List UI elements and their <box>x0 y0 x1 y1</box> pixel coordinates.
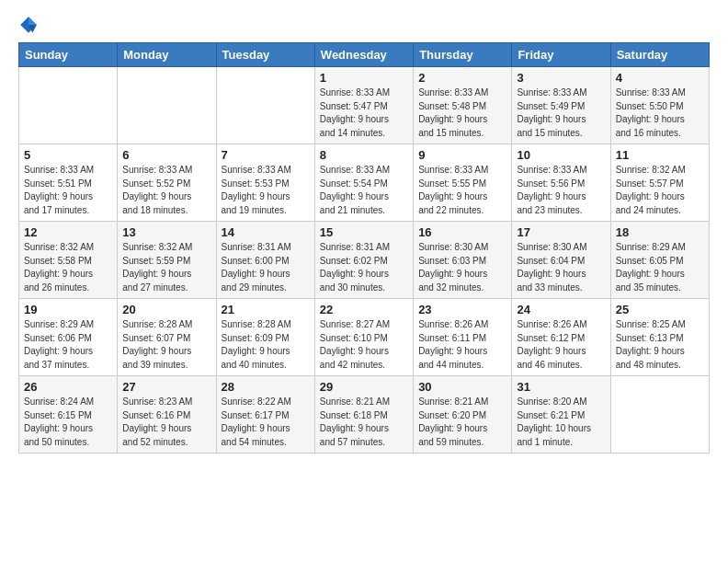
day-info: Sunrise: 8:23 AM Sunset: 6:16 PM Dayligh… <box>122 396 210 449</box>
day-number: 26 <box>24 380 112 394</box>
day-info: Sunrise: 8:31 AM Sunset: 6:02 PM Dayligh… <box>320 241 408 294</box>
week-row-2: 12Sunrise: 8:32 AM Sunset: 5:58 PM Dayli… <box>19 222 710 299</box>
day-number: 10 <box>517 148 605 162</box>
day-number: 7 <box>222 148 310 162</box>
day-number: 28 <box>222 380 310 394</box>
day-number: 30 <box>418 380 506 394</box>
day-number: 4 <box>616 71 704 85</box>
calendar-page: SundayMondayTuesdayWednesdayThursdayFrid… <box>0 0 728 563</box>
day-info: Sunrise: 8:33 AM Sunset: 5:48 PM Dayligh… <box>418 86 506 140</box>
day-info: Sunrise: 8:33 AM Sunset: 5:47 PM Dayligh… <box>320 86 408 140</box>
day-cell: 22Sunrise: 8:27 AM Sunset: 6:10 PM Dayli… <box>314 299 413 376</box>
day-number: 11 <box>616 148 704 162</box>
day-info: Sunrise: 8:33 AM Sunset: 5:49 PM Dayligh… <box>517 86 605 140</box>
day-info: Sunrise: 8:31 AM Sunset: 6:00 PM Dayligh… <box>222 241 310 294</box>
day-cell <box>118 67 216 144</box>
day-info: Sunrise: 8:33 AM Sunset: 5:50 PM Dayligh… <box>616 86 704 140</box>
week-row-3: 19Sunrise: 8:29 AM Sunset: 6:06 PM Dayli… <box>19 299 710 376</box>
day-info: Sunrise: 8:27 AM Sunset: 6:10 PM Dayligh… <box>320 318 408 372</box>
day-cell: 26Sunrise: 8:24 AM Sunset: 6:15 PM Dayli… <box>19 376 118 454</box>
day-cell: 8Sunrise: 8:33 AM Sunset: 5:54 PM Daylig… <box>314 144 413 222</box>
day-info: Sunrise: 8:22 AM Sunset: 6:17 PM Dayligh… <box>222 396 310 449</box>
week-row-1: 5Sunrise: 8:33 AM Sunset: 5:51 PM Daylig… <box>19 144 710 222</box>
week-row-4: 26Sunrise: 8:24 AM Sunset: 6:15 PM Dayli… <box>19 376 710 454</box>
header-cell-monday: Monday <box>118 43 216 67</box>
day-number: 3 <box>517 71 605 85</box>
day-number: 17 <box>517 225 605 239</box>
day-info: Sunrise: 8:33 AM Sunset: 5:54 PM Dayligh… <box>320 164 408 217</box>
day-number: 23 <box>418 303 506 316</box>
day-cell <box>216 67 314 144</box>
day-info: Sunrise: 8:32 AM Sunset: 5:58 PM Dayligh… <box>24 241 112 294</box>
day-info: Sunrise: 8:30 AM Sunset: 6:03 PM Dayligh… <box>418 241 506 294</box>
day-cell <box>19 67 118 144</box>
day-info: Sunrise: 8:30 AM Sunset: 6:04 PM Dayligh… <box>517 241 605 294</box>
day-info: Sunrise: 8:33 AM Sunset: 5:52 PM Dayligh… <box>122 164 210 217</box>
day-number: 16 <box>418 225 506 239</box>
header-cell-sunday: Sunday <box>19 43 118 67</box>
day-number: 2 <box>418 71 506 85</box>
day-info: Sunrise: 8:21 AM Sunset: 6:20 PM Dayligh… <box>418 396 506 449</box>
day-info: Sunrise: 8:29 AM Sunset: 6:06 PM Dayligh… <box>24 318 112 372</box>
day-info: Sunrise: 8:25 AM Sunset: 6:13 PM Dayligh… <box>616 318 704 372</box>
day-info: Sunrise: 8:28 AM Sunset: 6:09 PM Dayligh… <box>222 318 310 372</box>
day-number: 27 <box>122 380 210 394</box>
day-info: Sunrise: 8:33 AM Sunset: 5:51 PM Dayligh… <box>24 164 112 217</box>
day-cell: 25Sunrise: 8:25 AM Sunset: 6:13 PM Dayli… <box>610 299 709 376</box>
day-cell: 11Sunrise: 8:32 AM Sunset: 5:57 PM Dayli… <box>610 144 709 222</box>
header <box>18 15 710 35</box>
day-number: 24 <box>517 303 605 316</box>
day-number: 22 <box>320 303 408 316</box>
day-cell: 4Sunrise: 8:33 AM Sunset: 5:50 PM Daylig… <box>610 67 709 144</box>
day-number: 12 <box>24 225 112 239</box>
calendar-table: SundayMondayTuesdayWednesdayThursdayFrid… <box>18 42 710 454</box>
day-cell: 27Sunrise: 8:23 AM Sunset: 6:16 PM Dayli… <box>118 376 216 454</box>
day-number: 8 <box>320 148 408 162</box>
header-cell-thursday: Thursday <box>414 43 512 67</box>
day-number: 25 <box>616 303 704 316</box>
day-cell: 19Sunrise: 8:29 AM Sunset: 6:06 PM Dayli… <box>19 299 118 376</box>
day-number: 9 <box>418 148 506 162</box>
day-info: Sunrise: 8:26 AM Sunset: 6:12 PM Dayligh… <box>517 318 605 372</box>
day-cell: 18Sunrise: 8:29 AM Sunset: 6:05 PM Dayli… <box>610 222 709 299</box>
day-number: 5 <box>24 148 112 162</box>
day-cell: 14Sunrise: 8:31 AM Sunset: 6:00 PM Dayli… <box>216 222 314 299</box>
day-info: Sunrise: 8:32 AM Sunset: 5:57 PM Dayligh… <box>616 164 704 217</box>
header-row: SundayMondayTuesdayWednesdayThursdayFrid… <box>19 43 710 67</box>
day-info: Sunrise: 8:24 AM Sunset: 6:15 PM Dayligh… <box>24 396 112 449</box>
day-cell: 2Sunrise: 8:33 AM Sunset: 5:48 PM Daylig… <box>414 67 512 144</box>
day-cell: 1Sunrise: 8:33 AM Sunset: 5:47 PM Daylig… <box>314 67 413 144</box>
day-cell: 13Sunrise: 8:32 AM Sunset: 5:59 PM Dayli… <box>118 222 216 299</box>
day-number: 31 <box>517 380 605 394</box>
day-info: Sunrise: 8:21 AM Sunset: 6:18 PM Dayligh… <box>320 396 408 449</box>
day-cell: 5Sunrise: 8:33 AM Sunset: 5:51 PM Daylig… <box>19 144 118 222</box>
day-cell <box>610 376 709 454</box>
day-cell: 15Sunrise: 8:31 AM Sunset: 6:02 PM Dayli… <box>314 222 413 299</box>
day-info: Sunrise: 8:26 AM Sunset: 6:11 PM Dayligh… <box>418 318 506 372</box>
day-number: 18 <box>616 225 704 239</box>
header-cell-wednesday: Wednesday <box>314 43 413 67</box>
day-number: 20 <box>122 303 210 316</box>
day-info: Sunrise: 8:32 AM Sunset: 5:59 PM Dayligh… <box>122 241 210 294</box>
day-cell: 24Sunrise: 8:26 AM Sunset: 6:12 PM Dayli… <box>512 299 610 376</box>
header-cell-tuesday: Tuesday <box>216 43 314 67</box>
day-number: 19 <box>24 303 112 316</box>
day-cell: 16Sunrise: 8:30 AM Sunset: 6:03 PM Dayli… <box>414 222 512 299</box>
day-number: 6 <box>122 148 210 162</box>
day-cell: 23Sunrise: 8:26 AM Sunset: 6:11 PM Dayli… <box>414 299 512 376</box>
svg-marker-1 <box>28 17 37 25</box>
day-info: Sunrise: 8:33 AM Sunset: 5:55 PM Dayligh… <box>418 164 506 217</box>
header-cell-saturday: Saturday <box>610 43 709 67</box>
day-cell: 10Sunrise: 8:33 AM Sunset: 5:56 PM Dayli… <box>512 144 610 222</box>
day-number: 21 <box>222 303 310 316</box>
day-info: Sunrise: 8:28 AM Sunset: 6:07 PM Dayligh… <box>122 318 210 372</box>
day-number: 15 <box>320 225 408 239</box>
day-number: 29 <box>320 380 408 394</box>
day-cell: 17Sunrise: 8:30 AM Sunset: 6:04 PM Dayli… <box>512 222 610 299</box>
day-info: Sunrise: 8:33 AM Sunset: 5:53 PM Dayligh… <box>222 164 310 217</box>
header-cell-friday: Friday <box>512 43 610 67</box>
day-info: Sunrise: 8:29 AM Sunset: 6:05 PM Dayligh… <box>616 241 704 294</box>
day-cell: 9Sunrise: 8:33 AM Sunset: 5:55 PM Daylig… <box>414 144 512 222</box>
day-number: 1 <box>320 71 408 85</box>
logo-icon <box>18 15 39 35</box>
